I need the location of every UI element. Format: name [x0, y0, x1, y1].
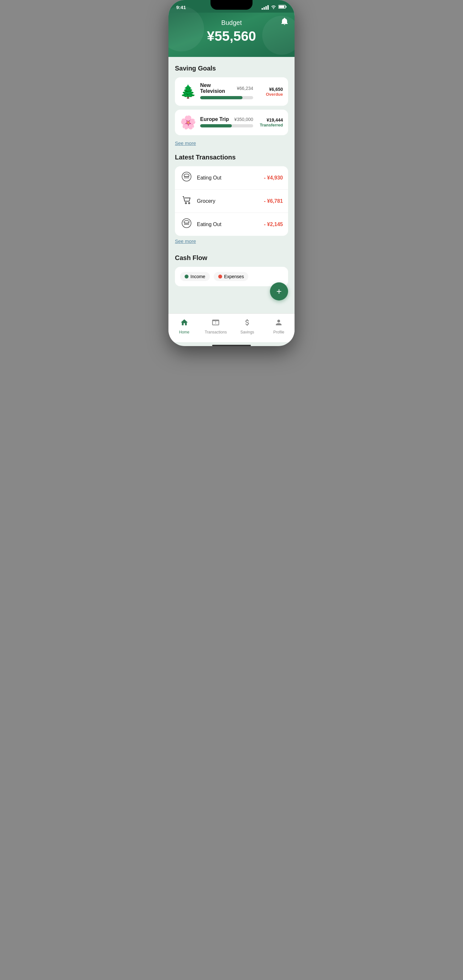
- nav-savings[interactable]: Savings: [231, 317, 263, 336]
- nav-savings-label: Savings: [240, 330, 254, 334]
- transaction-name-2: Eating Out: [197, 221, 260, 228]
- transaction-row-2[interactable]: Eating Out - ¥2,145: [175, 213, 288, 236]
- svg-point-4: [184, 174, 189, 177]
- transaction-name-1: Grocery: [197, 198, 260, 204]
- home-icon: [180, 318, 188, 329]
- goal-name-europe: Europe Trip: [200, 116, 229, 122]
- status-icons: [262, 5, 287, 10]
- goal-right-television: ¥6,650 Overdue: [257, 87, 283, 97]
- add-icon: +: [277, 287, 282, 296]
- nav-profile-label: Profile: [273, 330, 284, 334]
- svg-point-10: [184, 221, 189, 223]
- nav-home[interactable]: Home: [169, 317, 200, 336]
- goal-icon-europe: 🌸: [180, 115, 196, 130]
- saving-goals-section: Saving Goals 🌲 New Television ¥66,234 ¥6…: [175, 65, 288, 154]
- goal-card-europe[interactable]: 🌸 Europe Trip ¥350,000 ¥19,444 Transferr…: [175, 110, 288, 135]
- nav-transactions[interactable]: Transactions: [200, 317, 232, 336]
- phone-frame: 9:41: [169, 0, 294, 346]
- legend-expenses: Expenses: [214, 272, 248, 281]
- nav-profile[interactable]: Profile: [263, 317, 295, 336]
- legend-income: Income: [180, 272, 210, 281]
- transaction-row-1[interactable]: Grocery - ¥6,781: [175, 189, 288, 213]
- notch: [210, 0, 253, 10]
- signal-icon: [262, 5, 269, 10]
- transaction-amount-1: - ¥6,781: [264, 198, 283, 204]
- cashflow-section: Cash Flow Income Expenses: [175, 254, 288, 286]
- transactions-icon: [212, 318, 220, 329]
- wifi-icon: [270, 5, 277, 10]
- transaction-amount-0: - ¥4,930: [264, 175, 283, 181]
- header-title: Budget: [176, 19, 287, 27]
- nav-home-label: Home: [179, 330, 189, 334]
- svg-rect-1: [286, 6, 287, 8]
- home-indicator: [212, 345, 251, 346]
- svg-rect-2: [279, 6, 285, 8]
- header-section: Budget ¥55,560: [169, 13, 294, 57]
- transaction-icon-0: [180, 172, 193, 184]
- cashflow-card: Income Expenses: [175, 267, 288, 286]
- income-dot: [185, 275, 188, 278]
- goal-progress-bar-europe: [200, 124, 253, 127]
- svg-point-7: [185, 202, 186, 204]
- goal-amount-europe: ¥19,444: [257, 118, 283, 123]
- transactions-card: Eating Out - ¥4,930 Grocery - ¥6,781: [175, 166, 288, 236]
- goal-name-television: New Television: [200, 83, 237, 94]
- cashflow-title: Cash Flow: [175, 254, 288, 262]
- transactions-section: Latest Transactions Eating Out - ¥4,930: [175, 154, 288, 251]
- transaction-icon-1: [180, 195, 193, 207]
- add-fab-button[interactable]: +: [270, 282, 288, 301]
- income-label: Income: [191, 274, 205, 279]
- goal-info-television: New Television ¥66,234: [200, 83, 253, 100]
- transaction-icon-2: [180, 218, 193, 231]
- transactions-title: Latest Transactions: [175, 154, 288, 161]
- main-content: Saving Goals 🌲 New Television ¥66,234 ¥6…: [169, 57, 294, 294]
- expenses-dot: [218, 275, 222, 278]
- expenses-label: Expenses: [224, 274, 244, 279]
- transaction-amount-2: - ¥2,145: [264, 221, 283, 228]
- header-amount: ¥55,560: [176, 29, 287, 44]
- svg-point-8: [188, 202, 190, 204]
- saving-goals-title: Saving Goals: [175, 65, 288, 72]
- goal-target-europe: ¥350,000: [234, 117, 253, 122]
- goal-amount-television: ¥6,650: [257, 87, 283, 92]
- cashflow-legend: Income Expenses: [180, 272, 283, 281]
- goal-status-europe: Transferred: [257, 123, 283, 127]
- battery-icon: [278, 5, 287, 10]
- transactions-see-more[interactable]: See more: [175, 239, 196, 244]
- transaction-name-0: Eating Out: [197, 175, 260, 181]
- nav-transactions-label: Transactions: [205, 330, 227, 334]
- goal-target-television: ¥66,234: [237, 86, 253, 91]
- transaction-row-0[interactable]: Eating Out - ¥4,930: [175, 166, 288, 189]
- bottom-nav: Home Transactions Savings: [169, 313, 294, 342]
- goal-info-europe: Europe Trip ¥350,000: [200, 116, 253, 129]
- goal-progress-fill-europe: [200, 124, 232, 127]
- goal-progress-bar-television: [200, 96, 253, 99]
- goal-icon-television: 🌲: [180, 84, 196, 99]
- savings-icon: [243, 318, 251, 329]
- goal-progress-fill-television: [200, 96, 242, 99]
- goal-card-television[interactable]: 🌲 New Television ¥66,234 ¥6,650 Overdue: [175, 77, 288, 106]
- saving-goals-see-more[interactable]: See more: [175, 140, 196, 146]
- profile-icon: [275, 318, 283, 329]
- goal-right-europe: ¥19,444 Transferred: [257, 118, 283, 127]
- goal-status-television: Overdue: [257, 92, 283, 97]
